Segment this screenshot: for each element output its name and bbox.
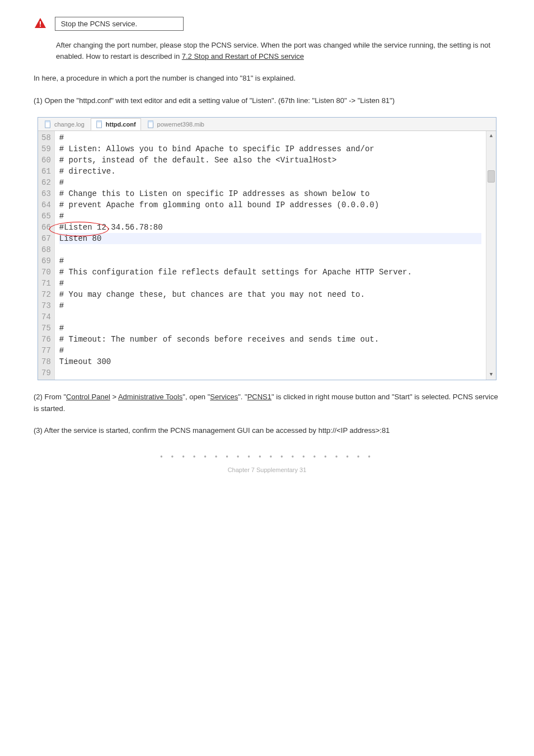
chapter-footer: Chapter 7 Supplementary 31 [34, 466, 500, 473]
code-line: # [59, 211, 481, 222]
step2-pre: (2) From " [34, 393, 66, 401]
line-number: 60 [41, 155, 51, 166]
tab-httpdconf[interactable]: httpd.conf [91, 118, 141, 130]
code-area: 5859606162636465666768697071727374757677… [38, 131, 496, 380]
code-lines[interactable]: ## Listen: Allows you to bind Apache to … [55, 131, 486, 380]
line-number: 72 [41, 289, 51, 300]
code-line: # [59, 300, 481, 311]
svg-rect-5 [97, 121, 102, 123]
code-line: # directive. [59, 166, 481, 177]
line-number: 73 [41, 300, 51, 311]
tab-changelog[interactable]: change.log [39, 118, 90, 130]
line-number: 78 [41, 356, 51, 367]
line-number: 62 [41, 177, 51, 188]
section-divider-dots: • • • • • • • • • • • • • • • • • • • • [34, 453, 500, 461]
code-line: #Listen 12.34.56.78:80 [59, 222, 481, 233]
line-number-gutter: 5859606162636465666768697071727374757677… [38, 131, 55, 380]
tab-label: powernet398.mib [157, 121, 204, 128]
file-icon [96, 120, 104, 128]
step2-mid2: ", open " [182, 393, 210, 401]
code-line: Listen 80 [59, 233, 481, 244]
line-number: 74 [41, 311, 51, 323]
code-line: # [59, 255, 481, 267]
code-line: # Change this to Listen on specific IP a… [59, 188, 481, 199]
step-3: (3) After the service is started, confir… [34, 425, 500, 437]
code-line: Timeout 300 [59, 356, 481, 367]
warning-paragraph: After changing the port number, please s… [56, 40, 500, 62]
line-number: 77 [41, 345, 51, 356]
line-number: 65 [41, 211, 51, 222]
code-line [59, 311, 481, 323]
code-line: # You may change these, but chances are … [59, 289, 481, 300]
line-number: 67 [41, 233, 51, 244]
editor-tabs: change.log httpd.conf powernet398.mib [38, 118, 496, 131]
intro-paragraph: In here, a procedure in which a port the… [34, 73, 500, 84]
line-number: 59 [41, 143, 51, 155]
line-number: 66 [41, 222, 51, 233]
line-number: 71 [41, 278, 51, 289]
scroll-down-icon[interactable]: ▼ [486, 370, 496, 380]
line-number: 69 [41, 255, 51, 267]
code-line: # [59, 132, 481, 143]
line-number: 63 [41, 188, 51, 199]
code-line: # This configuration file reflects defau… [59, 267, 481, 278]
step-1: (1) Open the "httpd.conf" with text edit… [34, 95, 500, 106]
warning-box: Stop the PCNS service. [55, 17, 184, 31]
svg-rect-3 [45, 121, 50, 123]
file-icon [44, 120, 52, 128]
line-number: 58 [41, 132, 51, 143]
warning-link[interactable]: 7.2 Stop and Restart of PCNS service [182, 52, 304, 60]
code-line: # [59, 345, 481, 356]
code-line: # [59, 177, 481, 188]
line-number: 76 [41, 334, 51, 345]
line-number: 70 [41, 267, 51, 278]
code-line: # [59, 323, 481, 334]
tab-powernet[interactable]: powernet398.mib [142, 118, 209, 130]
scroll-thumb[interactable] [488, 170, 495, 183]
svg-rect-1 [40, 26, 41, 27]
code-editor: change.log httpd.conf powernet398.mib 58… [38, 117, 496, 380]
code-line: # [59, 278, 481, 289]
step2-mid1: > [110, 393, 118, 401]
line-number: 79 [41, 367, 51, 379]
line-number: 68 [41, 244, 51, 255]
scroll-up-icon[interactable]: ▲ [486, 131, 496, 141]
file-icon [147, 120, 155, 128]
link-services[interactable]: Services [210, 393, 238, 401]
warning-icon [34, 17, 47, 32]
code-line: # Listen: Allows you to bind Apache to s… [59, 143, 481, 155]
code-line [59, 244, 481, 255]
tab-label: change.log [54, 121, 85, 128]
line-number: 75 [41, 323, 51, 334]
tab-label: httpd.conf [106, 121, 136, 128]
svg-rect-0 [40, 21, 41, 25]
code-line: # prevent Apache from glomming onto all … [59, 199, 481, 211]
step2-mid3: ". " [238, 393, 247, 401]
code-line: # ports, instead of the default. See als… [59, 155, 481, 166]
vertical-scrollbar[interactable]: ▲ ▼ [486, 131, 496, 380]
link-admin-tools[interactable]: Administrative Tools [118, 393, 182, 401]
step-2: (2) From "Control Panel > Administrative… [34, 391, 500, 415]
line-number: 61 [41, 166, 51, 177]
link-control-panel[interactable]: Control Panel [66, 393, 110, 401]
link-pcns1[interactable]: PCNS1 [247, 393, 271, 401]
warning-box-text: Stop the PCNS service. [61, 20, 138, 28]
svg-rect-7 [148, 121, 153, 123]
line-number: 64 [41, 199, 51, 211]
code-line [59, 367, 481, 379]
code-line: # Timeout: The number of seconds before … [59, 334, 481, 345]
